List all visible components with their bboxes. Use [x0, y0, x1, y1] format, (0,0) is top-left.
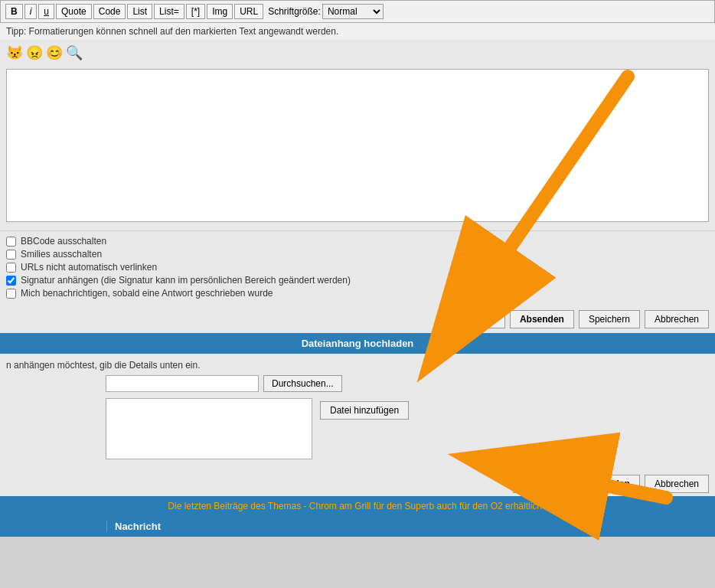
- bbcode-label: BBCode ausschalten: [21, 236, 106, 247]
- attachment-info-text: n anhängen möchtest, gib die Details unt…: [6, 360, 709, 371]
- attachment-section: n anhängen möchtest, gib die Details unt…: [0, 354, 715, 472]
- submit-button-bottom[interactable]: Absenden: [576, 475, 640, 493]
- attachment-bar: Dateianhang hochladen: [0, 333, 715, 354]
- add-file-button[interactable]: Datei hinzufügen: [320, 401, 409, 420]
- bottom-header-left: [8, 521, 107, 532]
- bbcode-option-row: BBCode ausschalten: [6, 236, 709, 247]
- textarea-section: [0, 66, 715, 230]
- star-button[interactable]: [*]: [186, 4, 205, 19]
- file-input-row: Durchsuchen...: [6, 375, 709, 392]
- file-input-box: [106, 375, 259, 392]
- emoji-angry[interactable]: 😾: [6, 44, 23, 61]
- emoji-search[interactable]: 🔍: [66, 44, 83, 61]
- bold-button[interactable]: B: [5, 4, 23, 19]
- emoji-smile[interactable]: 😊: [46, 44, 63, 61]
- urls-option-row: URLs nicht automatisch verlinken: [6, 262, 709, 273]
- italic-button[interactable]: i: [24, 4, 38, 19]
- schriftgroesse-label: Schriftgröße:: [268, 6, 321, 17]
- urls-checkbox[interactable]: [6, 263, 16, 273]
- bbcode-checkbox[interactable]: [6, 237, 16, 247]
- formatting-toolbar: B i u Quote Code List List= [*] Img URL …: [0, 0, 715, 23]
- emoji-mad[interactable]: 😠: [26, 44, 43, 61]
- signature-checkbox[interactable]: [6, 276, 16, 286]
- img-button[interactable]: Img: [207, 4, 233, 19]
- smilies-checkbox[interactable]: [6, 250, 16, 260]
- code-button[interactable]: Code: [93, 4, 126, 19]
- notify-checkbox[interactable]: [6, 289, 16, 299]
- notify-label: Mich benachrichtigen, sobald eine Antwor…: [21, 288, 273, 299]
- bottom-header: Nachricht: [0, 516, 715, 537]
- underline-button[interactable]: u: [38, 4, 54, 19]
- file-preview-box: [106, 398, 312, 459]
- list-button[interactable]: List: [127, 4, 152, 19]
- message-textarea[interactable]: [6, 69, 709, 222]
- tip-text: Tipp: Formatierungen können schnell auf …: [0, 23, 715, 40]
- list-equals-button[interactable]: List=: [154, 4, 184, 19]
- urls-label: URLs nicht automatisch verlinken: [21, 262, 157, 273]
- thread-title-bar: Die letzten Beiträge des Themas - Chrom …: [0, 496, 715, 516]
- preview-button-top[interactable]: Vorschau: [447, 310, 505, 328]
- file-preview-row: Datei hinzufügen: [6, 398, 709, 459]
- browse-button[interactable]: Durchsuchen...: [263, 375, 342, 392]
- signature-label: Signatur anhängen (die Signatur kann im …: [21, 275, 351, 286]
- preview-button-bottom[interactable]: Vorschau: [513, 475, 571, 493]
- nachricht-header: Nachricht: [107, 521, 161, 532]
- notify-option-row: Mich benachrichtigen, sobald eine Antwor…: [6, 288, 709, 299]
- save-button[interactable]: Speichern: [579, 310, 640, 328]
- url-button[interactable]: URL: [234, 4, 263, 19]
- options-section: BBCode ausschalten Smilies ausschalten U…: [0, 230, 715, 305]
- quote-button[interactable]: Quote: [56, 4, 92, 19]
- emoji-row: 😾 😠 😊 🔍: [0, 40, 715, 66]
- submit-button-top[interactable]: Absenden: [510, 310, 574, 328]
- cancel-button-bottom[interactable]: Abbrechen: [645, 475, 709, 493]
- cancel-button-top[interactable]: Abbrechen: [645, 310, 709, 328]
- font-size-select[interactable]: Normal Klein Groß Sehr groß: [322, 4, 384, 19]
- signature-option-row: Signatur anhängen (die Signatur kann im …: [6, 275, 709, 286]
- attachment-action-buttons-row: Vorschau Absenden Abbrechen: [0, 472, 715, 496]
- smilies-option-row: Smilies ausschalten: [6, 249, 709, 260]
- action-buttons-row: Vorschau Absenden Speichern Abbrechen: [0, 305, 715, 333]
- smilies-label: Smilies ausschalten: [21, 249, 102, 260]
